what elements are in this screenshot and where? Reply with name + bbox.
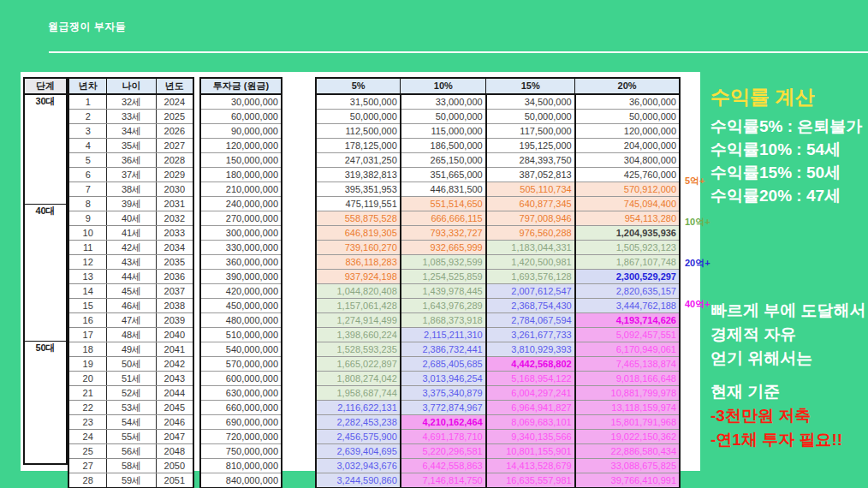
- return-cell: 2,368,754,430: [486, 299, 575, 313]
- return-cell: 6,442,558,863: [401, 459, 486, 473]
- return-cell: 425,760,000: [575, 168, 680, 182]
- year-no-cell: 11: [68, 241, 107, 255]
- return-cell: 3,244,590,860: [316, 473, 401, 488]
- return-cell: 1,398,660,224: [316, 328, 401, 342]
- return-cell: 3,810,929,393: [486, 342, 575, 357]
- return-cell: 2,282,453,238: [316, 415, 401, 430]
- table-row: 180,000,000: [200, 168, 282, 182]
- return-cell: 1,157,061,428: [316, 299, 401, 313]
- return-cell: 7,465,138,874: [575, 357, 680, 372]
- age-header: 나이: [107, 78, 156, 94]
- age-cell: 39세: [107, 197, 156, 211]
- table-row: 480,000,000: [200, 313, 282, 328]
- table-row: 270,000,000: [200, 211, 282, 226]
- table-row: 646,819,305793,332,727976,560,2881,204,9…: [316, 226, 680, 241]
- return-cell: 954,113,280: [575, 211, 680, 226]
- requirement-block: 현재 기준 -3천만원 저축 -연1채 투자 필요!!: [710, 380, 868, 452]
- return-cell: 797,008,946: [486, 211, 575, 226]
- age-cell: 53세: [107, 401, 156, 415]
- return-cell: 937,924,198: [316, 270, 401, 284]
- year-no-cell: 5: [68, 153, 107, 168]
- return-cell: 50,000,000: [486, 110, 575, 124]
- year-cell: 2047: [156, 430, 193, 444]
- table-row: 1647세2039: [68, 313, 193, 328]
- age-cell: 38세: [107, 182, 156, 197]
- return-cell: 739,160,270: [316, 241, 401, 255]
- table-row: 90,000,000: [200, 124, 282, 139]
- year-no-cell: 18: [68, 342, 107, 357]
- return-cell: 6,170,949,061: [575, 342, 680, 357]
- return-cell: 446,831,500: [401, 182, 486, 197]
- table-row: 178,125,000186,500,000195,125,000204,000…: [316, 139, 680, 153]
- return-cell: 2,685,405,685: [401, 357, 486, 372]
- return-cell: 1,505,923,123: [575, 241, 680, 255]
- return-cell: 50,000,000: [316, 110, 401, 124]
- yield-line-20: 수익률20% : 47세: [710, 184, 868, 207]
- table-row: 2354세2046: [68, 415, 193, 430]
- return-cell: 1,183,044,331: [486, 241, 575, 255]
- yield-line-15: 수익률15% : 50세: [710, 161, 868, 184]
- table-row: 1,274,914,4991,868,373,9182,784,067,5944…: [316, 313, 680, 328]
- return-cell: 1,643,976,289: [401, 299, 486, 313]
- stage-group-row: 30대: [24, 94, 67, 204]
- yield-summary-title: 수익률 계산: [710, 86, 868, 108]
- year-no-cell: 12: [68, 255, 107, 270]
- principal-cell: 510,000,000: [200, 328, 282, 342]
- table-row: 600,000,000: [200, 372, 282, 386]
- return-cell: 3,013,946,254: [401, 372, 486, 386]
- return-cell: 195,125,000: [486, 139, 575, 153]
- return-cell: 3,772,874,967: [401, 401, 486, 415]
- return-cell: 36,000,000: [575, 94, 680, 110]
- age-cell: 48세: [107, 328, 156, 342]
- principal-cell: 450,000,000: [200, 299, 282, 313]
- stage-column-table: 단계 30대40대50대: [23, 77, 68, 465]
- threshold-label: 5억+: [685, 175, 705, 187]
- rate-header-5: 5%: [316, 78, 401, 94]
- year-cell: 2032: [156, 211, 193, 226]
- table-row: 510,000,000: [200, 328, 282, 342]
- year-cell: 2027: [156, 139, 193, 153]
- table-row: 233세2025: [68, 110, 193, 124]
- table-row: 836,118,2831,085,932,5991,420,500,9811,8…: [316, 255, 680, 270]
- return-cell: 3,375,340,879: [401, 386, 486, 401]
- return-cell: 395,351,953: [316, 182, 401, 197]
- principal-cell: 750,000,000: [200, 444, 282, 459]
- return-cell: 1,958,687,744: [316, 386, 401, 401]
- year-no-cell: 15: [68, 299, 107, 313]
- table-row: 60,000,000: [200, 110, 282, 124]
- age-cell: 47세: [107, 313, 156, 328]
- year-cell: 2041: [156, 342, 193, 357]
- year-no-cell: 9: [68, 211, 107, 226]
- goal-line-1: 빠르게 부에 도달해서: [710, 299, 868, 323]
- table-row: 450,000,000: [200, 299, 282, 313]
- table-row: 540,000,000: [200, 342, 282, 357]
- return-cell: 3,032,943,676: [316, 459, 401, 473]
- principal-cell: 300,000,000: [200, 226, 282, 241]
- stage-label-cell: 40대: [24, 204, 67, 341]
- table-row: 2,282,453,2384,210,162,4648,069,683,1011…: [316, 415, 680, 430]
- year-cell: 2037: [156, 284, 193, 299]
- table-row: 390,000,000: [200, 270, 282, 284]
- return-cell: 2,820,635,157: [575, 284, 680, 299]
- year-no-cell: 16: [68, 313, 107, 328]
- principal-cell: 180,000,000: [200, 168, 282, 182]
- return-cell: 7,146,814,750: [401, 473, 486, 488]
- table-row: 1,665,022,8972,685,405,6854,442,568,8027…: [316, 357, 680, 372]
- table-row: 31,500,00033,000,00034,500,00036,000,000: [316, 94, 680, 110]
- principal-cell: 630,000,000: [200, 386, 282, 401]
- return-cell: 4,210,162,464: [401, 415, 486, 430]
- table-row: 1,958,687,7443,375,340,8796,004,297,2411…: [316, 386, 680, 401]
- return-cell: 204,000,000: [575, 139, 680, 153]
- return-cell: 976,560,288: [486, 226, 575, 241]
- stage-group-row: 40대: [24, 204, 67, 341]
- table-row: 1,808,274,0423,013,946,2545,168,954,1229…: [316, 372, 680, 386]
- year-cell: 2028: [156, 153, 193, 168]
- return-cell: 1,274,914,499: [316, 313, 401, 328]
- table-row: 395,351,953446,831,500505,110,734570,912…: [316, 182, 680, 197]
- slide: { "brand": { "title": "월급쟁이 부자들" }, "tab…: [0, 0, 868, 488]
- return-cell: 117,500,000: [486, 124, 575, 139]
- year-cell: 2034: [156, 241, 193, 255]
- table-row: 3,244,590,8607,146,814,75016,635,557,981…: [316, 473, 680, 488]
- return-cell: 9,340,135,566: [486, 430, 575, 444]
- return-cell: 178,125,000: [316, 139, 401, 153]
